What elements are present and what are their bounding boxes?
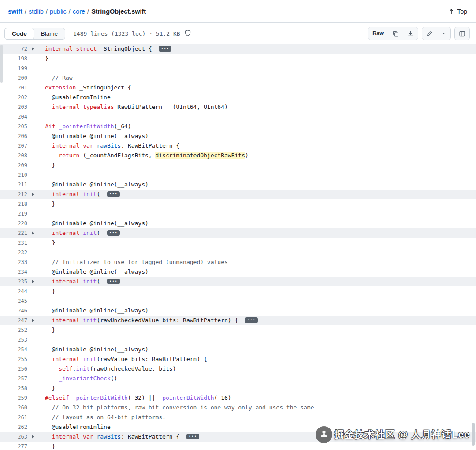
fold-column [27,44,39,54]
line-number[interactable]: 233 [0,257,27,267]
fold-chevron-icon[interactable] [32,435,34,439]
fold-column [27,190,39,199]
symbols-panel-button[interactable] [455,27,469,40]
code-line: 246 @inlinable @inline(__always) [0,306,476,316]
pencil-icon [426,30,433,37]
code-line: 258 } [0,383,476,393]
breadcrumb-link-stdlib[interactable]: stdlib [29,8,44,15]
breadcrumb-link-public[interactable]: public [50,8,67,15]
fold-chevron-icon[interactable] [32,47,34,51]
code-token [45,104,52,110]
breadcrumb-link-core[interactable]: core [73,8,85,15]
code-token: extension [45,84,76,91]
line-number[interactable]: 253 [0,335,27,345]
line-number[interactable]: 262 [0,422,27,432]
line-number[interactable]: 203 [0,102,27,112]
code-token [45,375,59,382]
collapsed-code-badge[interactable]: ••• [245,317,258,323]
line-number[interactable]: 212 [0,190,27,199]
line-number[interactable]: 220 [0,219,27,228]
line-number[interactable]: 246 [0,306,27,316]
line-number[interactable]: 198 [0,54,27,63]
line-number[interactable]: 234 [0,267,27,277]
code-content [39,112,45,122]
line-number[interactable]: 259 [0,393,27,403]
line-number[interactable]: 200 [0,73,27,83]
line-number[interactable]: 207 [0,141,27,151]
line-number[interactable]: 261 [0,413,27,422]
line-number[interactable]: 235 [0,277,27,286]
collapsed-code-badge[interactable]: ••• [107,191,120,197]
tab-code[interactable]: Code [4,28,34,40]
line-number[interactable]: 258 [0,383,27,393]
collapsed-code-badge[interactable]: ••• [107,279,120,284]
code-content: } [39,160,55,170]
fold-column [27,316,39,325]
line-number[interactable]: 277 [0,442,27,450]
left-scrollbar-thumb[interactable] [0,45,3,83]
line-number[interactable]: 232 [0,248,27,257]
tab-blame[interactable]: Blame [34,28,65,39]
line-number[interactable]: 199 [0,63,27,73]
line-number[interactable]: 211 [0,180,27,190]
toolbar-actions: Raw [368,27,470,40]
line-number[interactable]: 254 [0,345,27,354]
code-token: : RawBitPattern { [121,433,183,440]
fold-chevron-icon[interactable] [32,280,34,283]
line-number[interactable]: 206 [0,131,27,141]
code-line: 219 [0,209,476,219]
line-number[interactable]: 257 [0,374,27,383]
collapsed-code-badge[interactable]: ••• [107,230,120,236]
breadcrumb-link-repo[interactable]: swift [8,8,22,15]
line-number[interactable]: 201 [0,83,27,93]
line-number[interactable]: 208 [0,151,27,160]
line-number[interactable]: 231 [0,238,27,248]
code-toolbar: Code Blame 1489 lines (1323 loc) · 51.2 … [0,23,476,44]
line-number[interactable]: 205 [0,122,27,131]
collapsed-code-badge[interactable]: ••• [159,46,171,52]
line-number[interactable]: 256 [0,364,27,374]
line-number[interactable]: 244 [0,286,27,296]
line-number[interactable]: 245 [0,296,27,306]
line-number[interactable]: 219 [0,209,27,219]
fold-chevron-icon[interactable] [32,319,34,322]
edit-dropdown-button[interactable] [437,27,450,40]
back-to-top-button[interactable]: Top [448,8,467,15]
right-scrollbar-thumb[interactable] [472,423,475,446]
raw-button[interactable]: Raw [368,27,388,40]
code-content: @usableFromInline [39,422,111,432]
download-button[interactable] [403,27,418,40]
file-header: swift / stdlib / public / core / StringO… [0,0,476,23]
fold-chevron-icon[interactable] [32,193,34,196]
line-number[interactable]: 221 [0,228,27,238]
line-number[interactable]: 263 [0,432,27,442]
edit-button[interactable] [422,27,437,40]
line-number[interactable]: 247 [0,316,27,325]
fold-chevron-icon[interactable] [32,231,34,235]
line-number[interactable]: 255 [0,354,27,364]
code-token: _pointerBitWidth [159,394,214,401]
collapsed-code-badge[interactable]: ••• [186,434,199,439]
line-number[interactable]: 209 [0,160,27,170]
line-number[interactable]: 72 [0,44,27,54]
code-token: #if [45,123,55,130]
line-number[interactable]: 210 [0,170,27,180]
code-content [39,335,45,345]
copy-button[interactable] [388,27,403,40]
line-number[interactable]: 260 [0,403,27,413]
code-line: 254 @inlinable @inline(__always) [0,345,476,354]
fold-column [27,403,39,413]
code-content: @inlinable @inline(__always) [39,306,149,316]
code-content: } [39,383,55,393]
line-number[interactable]: 202 [0,93,27,102]
code-content [39,296,45,306]
code-line: 202 @usableFromInline [0,93,476,102]
fold-column [27,296,39,306]
code-token: (rawUncheckedValue bits: RawBitPattern) … [97,317,242,324]
code-token: _StringObject { [97,45,155,52]
code-token: } [45,201,55,207]
line-number[interactable]: 252 [0,325,27,335]
code-line: 205#if _pointerBitWidth(_64) [0,122,476,131]
line-number[interactable]: 204 [0,112,27,122]
line-number[interactable]: 218 [0,199,27,209]
